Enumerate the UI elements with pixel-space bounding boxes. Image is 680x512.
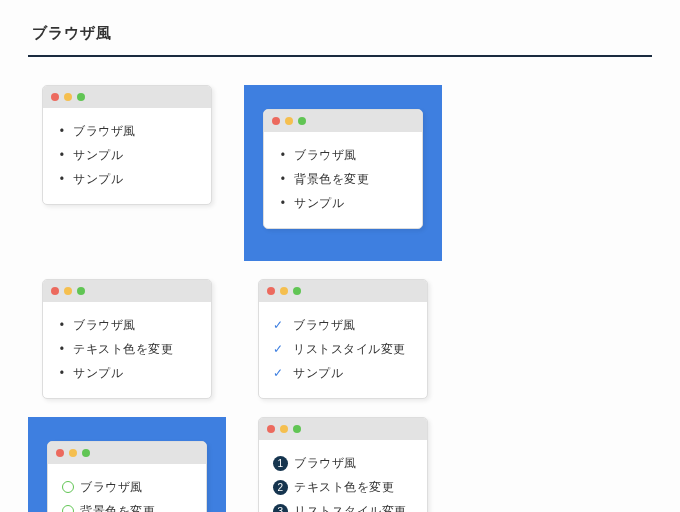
card-cell: 1ブラウザ風2テキスト色を変更3リストスタイル変更 xyxy=(244,417,442,512)
maximize-icon xyxy=(298,117,306,125)
browser-window: ブラウザ風背景色を変更リストスタイル変更 xyxy=(47,441,207,512)
window-titlebar xyxy=(259,280,427,302)
browser-window: 1ブラウザ風2テキスト色を変更3リストスタイル変更 xyxy=(258,417,428,512)
list-item: サンプル xyxy=(57,170,199,188)
card-cell: ブラウザ風背景色を変更リストスタイル変更 xyxy=(28,417,226,512)
list-item: サンプル xyxy=(278,194,410,212)
window-body: ブラウザ風背景色を変更サンプル xyxy=(264,132,422,228)
list: ブラウザ風テキスト色を変更サンプル xyxy=(57,316,199,382)
number-badge: 2 xyxy=(273,480,288,495)
close-icon xyxy=(267,287,275,295)
number-badge: 1 xyxy=(273,456,288,471)
list: ブラウザ風背景色を変更リストスタイル変更 xyxy=(62,478,194,512)
list: 1ブラウザ風2テキスト色を変更3リストスタイル変更 xyxy=(273,454,415,512)
list-item: サンプル xyxy=(57,364,199,382)
minimize-icon xyxy=(280,425,288,433)
list-item: ブラウザ風 xyxy=(62,478,194,496)
close-icon xyxy=(56,449,64,457)
card-cell: ブラウザ風背景色を変更サンプル xyxy=(244,85,442,261)
window-titlebar xyxy=(259,418,427,440)
window-body: ブラウザ風テキスト色を変更サンプル xyxy=(43,302,211,398)
number-badge: 3 xyxy=(273,504,288,512)
window-titlebar xyxy=(43,86,211,108)
card-grid: ブラウザ風サンプルサンプル ブラウザ風背景色を変更サンプル ブラウザ風テキスト色… xyxy=(28,85,652,512)
minimize-icon xyxy=(64,287,72,295)
card-cell: ブラウザ風サンプルサンプル xyxy=(28,85,226,261)
list: ブラウザ風サンプルサンプル xyxy=(57,122,199,188)
close-icon xyxy=(267,425,275,433)
list: ブラウザ風リストスタイル変更サンプル xyxy=(273,316,415,382)
maximize-icon xyxy=(77,287,85,295)
list-item: ブラウザ風 xyxy=(57,316,199,334)
card-cell: ブラウザ風リストスタイル変更サンプル xyxy=(244,279,442,399)
list-item: サンプル xyxy=(57,146,199,164)
list-item: リストスタイル変更 xyxy=(273,340,415,358)
list-item: ブラウザ風 xyxy=(273,316,415,334)
list-item: ブラウザ風 xyxy=(278,146,410,164)
list-item: サンプル xyxy=(273,364,415,382)
list-item: 2テキスト色を変更 xyxy=(273,478,415,496)
window-body: ブラウザ風リストスタイル変更サンプル xyxy=(259,302,427,398)
window-body: ブラウザ風サンプルサンプル xyxy=(43,108,211,204)
minimize-icon xyxy=(280,287,288,295)
list-item: 1ブラウザ風 xyxy=(273,454,415,472)
close-icon xyxy=(272,117,280,125)
window-body: ブラウザ風背景色を変更リストスタイル変更 xyxy=(48,464,206,512)
browser-window: ブラウザ風リストスタイル変更サンプル xyxy=(258,279,428,399)
list-item: ブラウザ風 xyxy=(57,122,199,140)
maximize-icon xyxy=(82,449,90,457)
list-item: テキスト色を変更 xyxy=(57,340,199,358)
browser-window: ブラウザ風サンプルサンプル xyxy=(42,85,212,205)
window-titlebar xyxy=(48,442,206,464)
list-item: 3リストスタイル変更 xyxy=(273,502,415,512)
maximize-icon xyxy=(293,425,301,433)
window-titlebar xyxy=(43,280,211,302)
window-body: 1ブラウザ風2テキスト色を変更3リストスタイル変更 xyxy=(259,440,427,512)
browser-window: ブラウザ風テキスト色を変更サンプル xyxy=(42,279,212,399)
maximize-icon xyxy=(77,93,85,101)
list-item: 背景色を変更 xyxy=(62,502,194,512)
minimize-icon xyxy=(285,117,293,125)
browser-window: ブラウザ風背景色を変更サンプル xyxy=(263,109,423,229)
minimize-icon xyxy=(64,93,72,101)
close-icon xyxy=(51,93,59,101)
list: ブラウザ風背景色を変更サンプル xyxy=(278,146,410,212)
window-titlebar xyxy=(264,110,422,132)
close-icon xyxy=(51,287,59,295)
section-heading: ブラウザ風 xyxy=(28,24,652,57)
maximize-icon xyxy=(293,287,301,295)
list-item: 背景色を変更 xyxy=(278,170,410,188)
minimize-icon xyxy=(69,449,77,457)
card-cell: ブラウザ風テキスト色を変更サンプル xyxy=(28,279,226,399)
